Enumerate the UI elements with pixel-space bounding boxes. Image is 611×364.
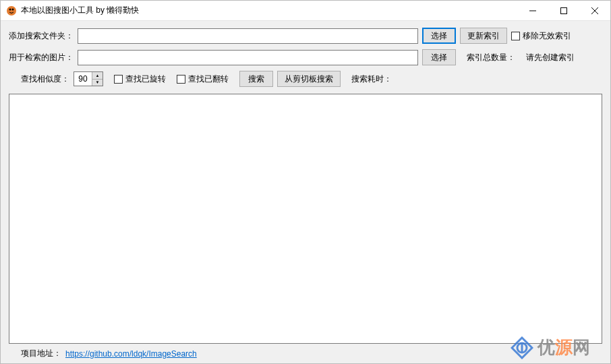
footer: 项目地址： https://github.com/ldqk/ImageSearc…	[9, 344, 602, 359]
close-button[interactable]	[579, 1, 610, 21]
checkbox-icon	[177, 75, 185, 84]
search-flipped-label: 查找已翻转	[188, 73, 229, 85]
app-icon	[6, 5, 17, 16]
watermark-text: 优源网	[537, 336, 590, 359]
watermark: 优源网	[511, 336, 590, 359]
svg-point-0	[7, 6, 16, 16]
search-rotated-checkbox[interactable]: 查找已旋转	[114, 73, 166, 85]
similarity-stepper[interactable]: ▲ ▼	[74, 71, 103, 86]
index-count-label: 索引总数量：	[467, 52, 515, 63]
maximize-button[interactable]	[548, 1, 579, 21]
similarity-label: 查找相似度：	[21, 73, 69, 85]
spinner-up-icon[interactable]: ▲	[92, 72, 103, 80]
search-flipped-checkbox[interactable]: 查找已翻转	[177, 73, 229, 85]
svg-point-2	[12, 8, 14, 10]
search-time-label: 搜索耗时：	[351, 73, 392, 85]
remove-invalid-checkbox[interactable]: 移除无效索引	[511, 30, 571, 42]
folder-row: 添加搜索文件夹： 选择 更新索引 移除无效索引	[9, 28, 602, 44]
remove-invalid-label: 移除无效索引	[523, 30, 571, 42]
window-title: 本地以图搜图小工具 by 懒得勤快	[21, 5, 139, 16]
client-area: 添加搜索文件夹： 选择 更新索引 移除无效索引 用于检索的图片： 选择 索引总数…	[1, 21, 610, 364]
image-row: 用于检索的图片： 选择 索引总数量： 请先创建索引	[9, 49, 602, 65]
clipboard-search-button[interactable]: 从剪切板搜索	[277, 71, 341, 87]
svg-rect-4	[561, 7, 567, 13]
results-panel	[9, 94, 602, 344]
similarity-input[interactable]	[74, 72, 92, 86]
index-count-hint: 请先创建索引	[526, 52, 575, 63]
image-select-button[interactable]: 选择	[422, 49, 456, 65]
project-link[interactable]: https://github.com/ldqk/ImageSearch	[65, 349, 197, 359]
checkbox-icon	[511, 32, 520, 40]
folder-label: 添加搜索文件夹：	[9, 30, 74, 42]
options-row: 查找相似度： ▲ ▼ 查找已旋转 查找已翻转 搜索 从剪切板搜索 搜索耗时：	[9, 71, 602, 87]
image-input[interactable]	[78, 50, 418, 65]
folder-select-button[interactable]: 选择	[422, 28, 456, 44]
title-bar: 本地以图搜图小工具 by 懒得勤快	[1, 1, 610, 21]
folder-input[interactable]	[78, 28, 418, 44]
search-rotated-label: 查找已旋转	[125, 73, 166, 85]
minimize-button[interactable]	[517, 1, 548, 21]
svg-point-1	[9, 8, 11, 10]
update-index-button[interactable]: 更新索引	[460, 28, 507, 44]
search-button[interactable]: 搜索	[239, 71, 273, 87]
spinner-down-icon[interactable]: ▼	[92, 80, 103, 86]
project-address-label: 项目地址：	[21, 348, 61, 359]
checkbox-icon	[114, 75, 123, 84]
watermark-logo-icon	[511, 336, 533, 359]
image-label: 用于检索的图片：	[9, 52, 74, 63]
